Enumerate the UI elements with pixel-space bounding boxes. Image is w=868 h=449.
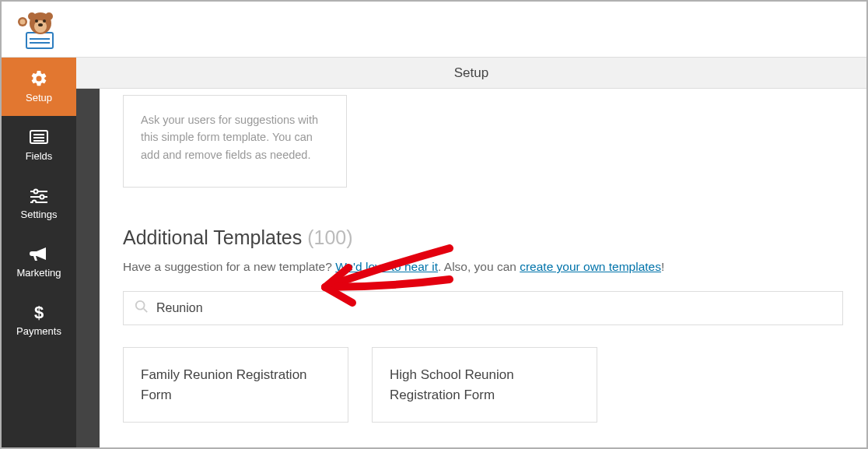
sidebar-item-setup[interactable]: Setup xyxy=(2,58,76,116)
sidebar: Setup Fields xyxy=(2,58,76,447)
results-grid: Family Reunion Registration Form High Sc… xyxy=(123,347,843,423)
template-preview-card: Ask your users for suggestions with this… xyxy=(123,95,347,188)
sliders-icon xyxy=(29,187,49,204)
additional-templates-heading: Additional Templates (100) xyxy=(123,226,843,249)
template-search-box[interactable] xyxy=(123,291,843,325)
result-card[interactable]: Family Reunion Registration Form xyxy=(123,347,348,423)
sidebar-item-label: Marketing xyxy=(16,267,61,279)
template-search-input[interactable] xyxy=(156,301,831,315)
svg-point-4 xyxy=(28,12,36,20)
svg-line-24 xyxy=(144,309,148,313)
svg-point-7 xyxy=(35,19,38,23)
svg-point-9 xyxy=(38,23,43,26)
list-icon xyxy=(29,128,49,146)
result-title: Family Reunion Registration Form xyxy=(141,367,307,402)
sidebar-item-settings[interactable]: Settings xyxy=(2,174,76,233)
svg-point-8 xyxy=(43,19,46,23)
svg-point-23 xyxy=(136,301,145,310)
svg-point-5 xyxy=(45,12,53,20)
svg-point-21 xyxy=(33,201,37,204)
top-bar xyxy=(2,2,866,58)
sidebar-item-marketing[interactable]: Marketing xyxy=(2,233,76,291)
suggest-link[interactable]: We'd love to hear it xyxy=(335,260,438,273)
svg-rect-0 xyxy=(26,33,53,48)
create-own-link[interactable]: create your own templates xyxy=(520,260,661,273)
sidebar-item-label: Payments xyxy=(16,325,61,337)
wpforms-logo-icon xyxy=(11,8,58,51)
template-preview-description: Ask your users for suggestions with this… xyxy=(141,114,318,161)
suggestion-text: Have a suggestion for a new template? We… xyxy=(123,260,843,274)
sidebar-item-fields[interactable]: Fields xyxy=(2,116,76,174)
page-title: Setup xyxy=(76,58,866,89)
svg-point-11 xyxy=(20,19,26,25)
svg-point-19 xyxy=(40,195,44,199)
gear-icon xyxy=(29,70,49,87)
svg-text:$: $ xyxy=(34,303,44,321)
sidebar-item-label: Setup xyxy=(26,92,52,103)
result-title: High School Reunion Registration Form xyxy=(390,367,514,402)
sidebar-item-label: Settings xyxy=(21,209,58,220)
sidebar-item-label: Fields xyxy=(26,150,53,162)
svg-point-17 xyxy=(34,190,38,194)
dollar-icon: $ xyxy=(29,303,49,321)
megaphone-icon xyxy=(29,245,49,262)
search-icon xyxy=(135,300,149,317)
sidebar-item-payments[interactable]: $ Payments xyxy=(2,291,76,349)
result-card[interactable]: High School Reunion Registration Form xyxy=(372,347,597,423)
